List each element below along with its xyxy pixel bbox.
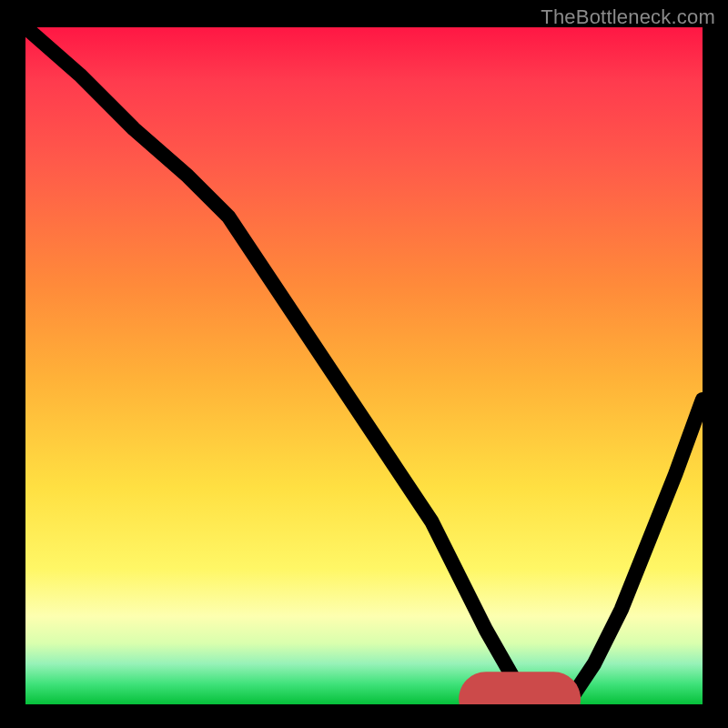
bottleneck-curve bbox=[25, 27, 703, 704]
chart-canvas: TheBottleneck.com bbox=[0, 0, 728, 728]
plot-overlay bbox=[25, 27, 703, 704]
plot-frame bbox=[25, 27, 703, 704]
watermark-text: TheBottleneck.com bbox=[541, 5, 715, 29]
